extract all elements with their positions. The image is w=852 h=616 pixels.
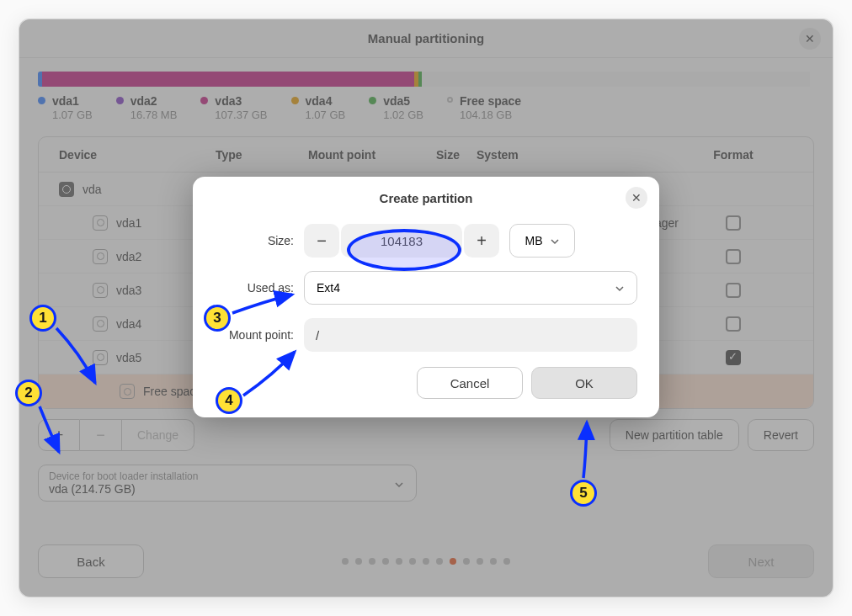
progress-dot xyxy=(355,558,362,565)
back-button[interactable]: Back xyxy=(38,544,144,578)
legend-item: vda216.78 MB xyxy=(116,93,178,123)
col-type: Type xyxy=(216,148,308,162)
legend-name: vda3 xyxy=(215,93,267,109)
unit-select[interactable]: MB xyxy=(509,224,575,258)
disk-segment xyxy=(422,72,810,87)
col-size: Size xyxy=(401,148,477,162)
chevron-down-icon xyxy=(615,283,625,293)
legend-name: vda5 xyxy=(383,93,423,109)
new-partition-table-button[interactable]: New partition table xyxy=(610,419,739,451)
device-name: vda2 xyxy=(116,250,141,263)
legend-size: 16.78 MB xyxy=(130,109,178,123)
annotation-step-3: 3 xyxy=(204,305,231,332)
mount-point-input[interactable] xyxy=(304,318,637,352)
legend-size: 107.37 GB xyxy=(215,109,267,123)
legend-name: vda1 xyxy=(52,93,93,109)
increment-button[interactable]: + xyxy=(464,224,499,258)
modal-title: Create partition xyxy=(380,191,473,205)
bootloader-label: Device for boot loader installation xyxy=(49,470,406,482)
mount-point-row: Mount point: xyxy=(215,318,637,352)
close-icon[interactable]: ✕ xyxy=(626,187,647,209)
modal-footer: Cancel OK xyxy=(193,352,659,399)
disk-icon xyxy=(93,283,108,298)
progress-dot xyxy=(382,558,389,565)
progress-dot xyxy=(463,558,470,565)
progress-dot xyxy=(450,558,456,565)
legend-size: 1.02 GB xyxy=(383,109,423,123)
bootloader-value: vda (214.75 GB) xyxy=(49,482,406,496)
format-checkbox[interactable] xyxy=(726,283,741,298)
filesystem-value: Ext4 xyxy=(317,281,340,295)
cancel-button[interactable]: Cancel xyxy=(417,367,523,399)
legend-name: vda2 xyxy=(130,93,178,109)
col-system: System xyxy=(477,148,687,162)
format-checkbox[interactable] xyxy=(726,249,741,264)
legend-name: Free space xyxy=(460,93,521,109)
disk-usage-bar xyxy=(38,72,814,87)
used-as-row: Used as: Ext4 xyxy=(215,271,637,305)
device-name: vda5 xyxy=(116,351,141,364)
titlebar: Manual partitioning ✕ xyxy=(19,19,833,58)
legend-item: vda11.07 GB xyxy=(38,93,93,123)
annotation-step-4: 4 xyxy=(216,387,242,414)
partition-toolbar: + − Change New partition table Revert xyxy=(38,419,814,451)
change-partition-button[interactable]: Change xyxy=(122,419,194,451)
legend-size: 1.07 GB xyxy=(306,109,346,123)
format-checkbox[interactable] xyxy=(726,350,741,365)
annotation-step-2: 2 xyxy=(15,380,42,406)
progress-dots xyxy=(342,558,510,565)
disk-icon xyxy=(93,316,108,332)
legend-dot xyxy=(200,97,208,104)
disk-icon xyxy=(93,249,108,264)
progress-dot xyxy=(436,558,443,565)
progress-dot xyxy=(369,558,375,565)
progress-dot xyxy=(477,558,483,565)
device-name: vda xyxy=(83,183,102,196)
legend-size: 1.07 GB xyxy=(52,109,93,123)
unit-value: MB xyxy=(525,234,543,247)
table-header: Device Type Mount point Size System Form… xyxy=(39,137,813,173)
modal-header: Create partition ✕ xyxy=(193,177,659,219)
add-partition-button[interactable]: + xyxy=(38,419,80,451)
annotation-ellipse xyxy=(347,229,461,271)
progress-dot xyxy=(409,558,416,565)
format-checkbox[interactable] xyxy=(726,215,741,231)
disk-icon xyxy=(93,350,108,365)
annotation-step-5: 5 xyxy=(570,480,597,507)
page-title: Manual partitioning xyxy=(368,31,484,45)
col-format: Format xyxy=(687,148,780,162)
create-partition-dialog: Create partition ✕ Size: − + MB Used as:… xyxy=(193,177,659,417)
ok-button[interactable]: OK xyxy=(531,367,637,399)
progress-dot xyxy=(342,558,349,565)
next-button[interactable]: Next xyxy=(708,544,814,578)
col-mount: Mount point xyxy=(308,148,401,162)
col-device: Device xyxy=(39,148,216,162)
progress-dot xyxy=(503,558,510,565)
bootloader-device-select[interactable]: Device for boot loader installation vda … xyxy=(38,465,417,502)
format-checkbox[interactable] xyxy=(726,316,741,332)
wizard-footer: Back Next xyxy=(19,544,833,597)
device-name: vda3 xyxy=(116,284,141,297)
mount-point-label: Mount point: xyxy=(215,328,294,342)
legend-dot xyxy=(447,97,453,103)
legend-item: vda51.02 GB xyxy=(369,93,423,123)
legend-item: vda3107.37 GB xyxy=(200,93,267,123)
chevron-down-icon xyxy=(550,236,560,246)
chevron-down-icon xyxy=(394,478,404,488)
filesystem-select[interactable]: Ext4 xyxy=(304,271,637,305)
legend-item: Free space104.18 GB xyxy=(447,93,521,123)
annotation-step-1: 1 xyxy=(29,305,56,332)
size-label: Size: xyxy=(215,234,294,247)
disk-icon xyxy=(59,182,74,197)
revert-button[interactable]: Revert xyxy=(748,419,814,451)
legend-item: vda41.07 GB xyxy=(291,93,346,123)
disk-icon xyxy=(93,215,108,231)
remove-partition-button[interactable]: − xyxy=(80,419,122,451)
progress-dot xyxy=(490,558,497,565)
edit-actions: + − Change xyxy=(38,419,194,451)
legend-dot xyxy=(38,97,45,104)
close-icon[interactable]: ✕ xyxy=(799,28,821,50)
disk-icon xyxy=(120,384,135,399)
decrement-button[interactable]: − xyxy=(304,224,339,258)
legend-dot xyxy=(116,97,124,104)
